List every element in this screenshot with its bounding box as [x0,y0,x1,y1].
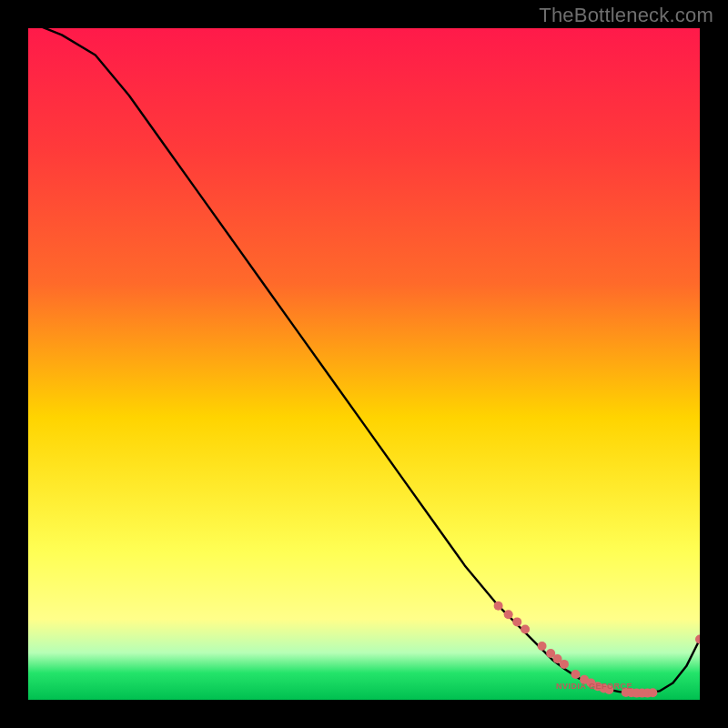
gradient-background [28,28,700,700]
curve-marker-dot [494,602,503,611]
curve-marker-dot [504,610,513,619]
curve-marker-dot [571,670,580,679]
curve-marker-dot [695,635,704,644]
curve-marker-dot [521,625,530,634]
curve-marker-dot [512,617,521,626]
bottleneck-chart: NVIDIA GEFORCE [0,0,728,728]
curve-marker-dot [560,660,569,669]
curve-marker-dot [538,642,547,651]
curve-marker-dot [648,688,657,697]
chart-stage: TheBottleneck.com NVIDIA GEFORCE [0,0,728,728]
inner-label: NVIDIA GEFORCE [556,682,632,691]
watermark-text: TheBottleneck.com [539,4,713,27]
